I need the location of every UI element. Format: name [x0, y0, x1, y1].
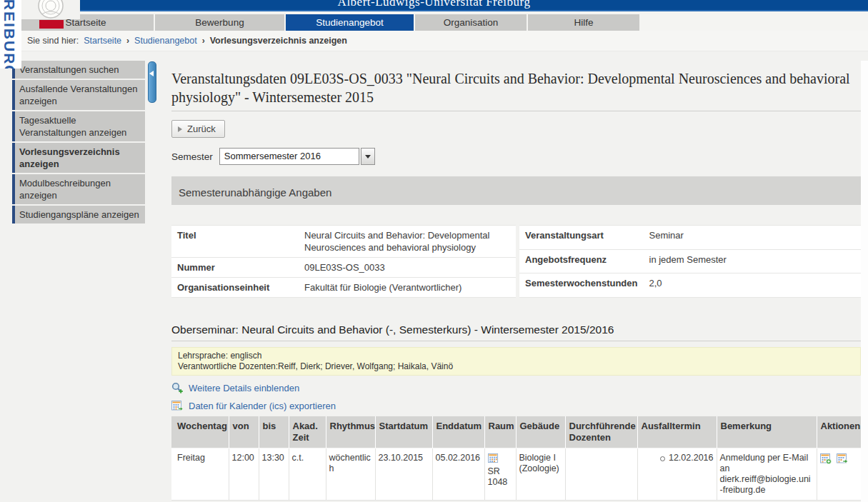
detail-label: Organisationseinheit	[171, 278, 299, 298]
sidebar-collapse-handle[interactable]	[148, 61, 156, 103]
col-header-bemerkung: Bemerkung	[717, 416, 817, 448]
right-gutter	[861, 61, 868, 502]
page: Albert-Ludwigs-Universität Freiburg FREI…	[0, 0, 868, 502]
table-row: Angebotsfrequenz in jedem Semester	[519, 249, 861, 273]
kalender-export-link[interactable]: Daten für Kalender (ics) exportieren	[189, 401, 336, 411]
detail-label: Semesterwochenstunden	[519, 273, 644, 298]
detail-value: 2,0	[644, 273, 862, 298]
sidebar-item-ausfallende-veranstaltungen[interactable]: Ausfallende Veranstaltungen anzeigen	[12, 80, 145, 110]
course-detail-table-right: Veranstaltungsart Seminar Angebotsfreque…	[519, 225, 861, 298]
freiburg-vertical-logo-text: FREIBURG	[1, 0, 18, 69]
semester-label: Semester	[171, 151, 213, 162]
course-info-box: Lehrsprache: englisch Verantwortliche Do…	[171, 347, 861, 376]
top-header-bar: Albert-Ludwigs-Universität Freiburg	[0, 0, 868, 10]
sidebar-item-studiengangsplaene[interactable]: Studiengangspläne anzeigen	[12, 206, 145, 224]
col-header-enddatum: Enddatum	[432, 416, 484, 448]
main-nav-tabs: Startseite Bewerbung Studienangebot Orga…	[18, 14, 639, 31]
logo-red-accent	[39, 20, 64, 29]
sidebar-item-modulbeschreibungen[interactable]: Modulbeschreibungen anzeigen	[12, 174, 145, 204]
table-row: Nummer 09LE03S-OS_0033	[171, 258, 516, 278]
breadcrumb-prefix: Sie sind hier:	[27, 36, 79, 46]
table-row: Veranstaltungsart Seminar	[519, 226, 861, 250]
back-button-label: Zurück	[187, 124, 216, 134]
course-detail-table-left: Titel Neural Circuits and Behavior: Deve…	[171, 225, 516, 298]
col-header-rhythmus: Rhythmus	[326, 416, 375, 448]
col-header-aktionen: Aktionen	[817, 416, 861, 448]
oberseminar-section-title: Oberseminar: Neural Circuits and Behavio…	[171, 323, 861, 336]
back-arrow-icon	[178, 126, 182, 132]
cell-gebaeude: Biologie I (Zoologie)	[516, 448, 565, 501]
tab-bewerbung[interactable]: Bewerbung	[155, 14, 284, 31]
detail-value: Fakultät für Biologie (Verantwortlicher)	[299, 278, 516, 298]
schedule-table: Wochentag von bis Akad. Zeit Rhythmus St…	[171, 416, 861, 501]
sidebar-menu: Veranstaltungen suchen Ausfallende Veran…	[12, 61, 145, 225]
col-header-akad-zeit: Akad. Zeit	[289, 416, 326, 448]
chevron-down-icon	[365, 155, 371, 159]
section-divider	[171, 341, 861, 341]
schedule-header-row: Wochentag von bis Akad. Zeit Rhythmus St…	[171, 416, 861, 448]
semester-select-value[interactable]: Sommersemester 2016	[219, 148, 359, 165]
detail-value: in jedem Semester	[644, 249, 862, 273]
detail-value: Seminar	[644, 226, 862, 250]
tab-studienangebot[interactable]: Studienangebot	[286, 14, 414, 31]
table-row: Semesterwochenstunden 2,0	[519, 273, 861, 298]
cell-rhythmus: wöchentlich	[326, 448, 375, 501]
col-header-bis: bis	[259, 416, 289, 448]
semester-row: Semester Sommersemester 2016	[171, 148, 861, 165]
cell-enddatum: 05.02.2016	[432, 448, 484, 501]
breadcrumb-separator: ›	[202, 36, 205, 46]
table-row: Titel Neural Circuits and Behavior: Deve…	[171, 226, 516, 258]
detail-label: Veranstaltungsart	[519, 226, 644, 250]
weitere-details-link[interactable]: Weitere Details einblenden	[189, 383, 299, 393]
calendar-add-icon[interactable]	[820, 453, 832, 464]
detail-label: Nummer	[171, 258, 299, 278]
col-header-ausfalltermin: Ausfalltermin	[637, 416, 717, 448]
cell-raum: SR 1048	[484, 448, 516, 501]
cell-bis: 13:30	[259, 448, 289, 501]
tab-hilfe[interactable]: Hilfe	[528, 14, 639, 31]
cell-bemerkung: Anmeldung per E-Mail an dierk.reiff@biol…	[717, 448, 817, 501]
breadcrumb-link-studienangebot[interactable]: Studienangebot	[134, 36, 197, 46]
detail-label: Angebotsfrequenz	[519, 249, 644, 273]
university-seal-icon	[21, 0, 80, 19]
back-button[interactable]: Zurück	[171, 120, 225, 138]
calendar-export-row-icon[interactable]	[837, 453, 848, 464]
magnifier-plus-icon	[171, 382, 183, 393]
page-title: Veranstaltungsdaten 09LE03S-OS_0033 "Neu…	[171, 69, 861, 106]
cell-wochentag: Freitag	[171, 448, 229, 501]
detail-value: 09LE03S-OS_0033	[299, 258, 516, 278]
sidebar-item-veranstaltungen-suchen[interactable]: Veranstaltungen suchen	[12, 61, 145, 79]
logo-column: FREIBURG	[0, 0, 21, 69]
main-content: Veranstaltungsdaten 09LE03S-OS_0033 "Neu…	[171, 61, 861, 502]
ausfalltermin-date: 12.02.2016	[669, 453, 714, 463]
details-link-row: Weitere Details einblenden	[171, 382, 861, 393]
col-header-wochentag: Wochentag	[171, 416, 229, 448]
sidebar-item-vorlesungsverzeichnis[interactable]: Vorlesungsverzeichnis anzeigen	[12, 143, 145, 173]
course-detail-tables: Titel Neural Circuits and Behavior: Deve…	[171, 225, 861, 298]
title-divider	[171, 111, 861, 111]
semester-select: Sommersemester 2016	[219, 148, 375, 165]
table-row: Organisationseinheit Fakultät für Biolog…	[171, 278, 516, 298]
col-header-startdatum: Startdatum	[375, 416, 432, 448]
room-calendar-icon[interactable]	[488, 453, 499, 463]
cell-startdatum: 23.10.2015	[375, 448, 432, 501]
breadcrumb-link-startseite[interactable]: Startseite	[84, 36, 121, 46]
cell-durchfuehrende-dozenten	[565, 448, 637, 501]
col-header-von: von	[229, 416, 259, 448]
room-number: SR 1048	[488, 466, 513, 488]
info-lehrsprache: Lehrsprache: englisch	[178, 351, 854, 361]
calendar-export-link-row: Daten für Kalender (ics) exportieren	[171, 400, 861, 411]
cell-aktionen	[817, 448, 861, 501]
tab-organisation[interactable]: Organisation	[415, 14, 527, 31]
breadcrumb: Sie sind hier: Startseite › Studienangeb…	[0, 31, 868, 51]
semester-dropdown-button[interactable]	[361, 148, 375, 165]
breadcrumb-current-page: Vorlesungsverzeichnis anzeigen	[210, 36, 347, 46]
col-header-raum: Raum	[484, 416, 516, 448]
breadcrumb-separator: ›	[126, 36, 129, 46]
university-name: Albert-Ludwigs-Universität Freiburg	[0, 0, 868, 9]
schedule-row: Freitag 12:00 13:30 c.t. wöchentlich 23.…	[171, 448, 861, 501]
sidebar-item-tagesaktuelle-veranstaltungen[interactable]: Tagesaktuelle Veranstaltungen anzeigen	[12, 111, 145, 141]
info-dozenten: Verantwortliche Dozenten:Reiff, Dierk; D…	[178, 361, 854, 372]
cell-von: 12:00	[229, 448, 259, 501]
circle-bullet-icon	[660, 456, 665, 461]
